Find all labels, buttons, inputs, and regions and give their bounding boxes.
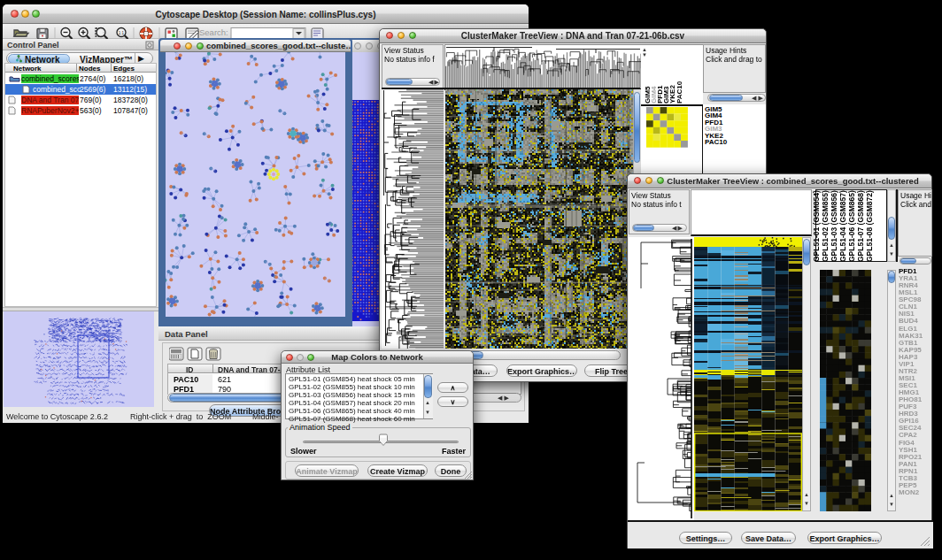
svg-text:Search:: Search:: [199, 27, 228, 37]
svg-text:1:1: 1:1: [119, 31, 125, 35]
